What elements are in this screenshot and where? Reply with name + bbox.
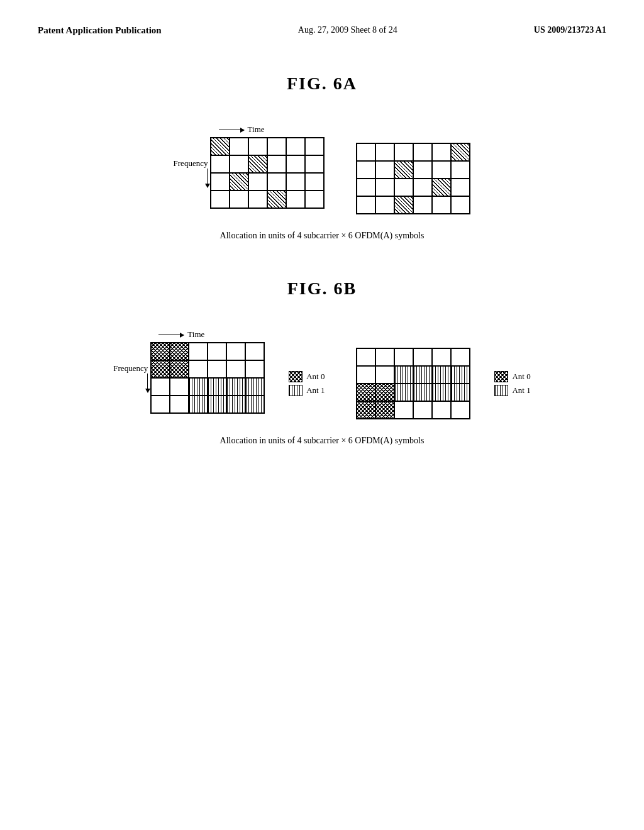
cell-3-3 — [413, 196, 432, 214]
cell-0-3 — [413, 143, 432, 161]
cell-3-5 — [245, 396, 264, 413]
cell-3-0 — [357, 196, 375, 214]
cell-3-3 — [413, 401, 432, 419]
legend-ant0-box1 — [289, 371, 303, 382]
fig6a-diagram: Time Frequency — [38, 113, 606, 221]
row-1 — [211, 155, 324, 173]
freq-arrow-6a — [207, 169, 208, 187]
cell-0-5 — [451, 143, 470, 161]
time-arrow-row-6a: Time — [219, 124, 265, 135]
fig6b-grid1 — [150, 342, 265, 414]
cell-2-2 — [189, 378, 208, 396]
fig6b-legend1: Ant 0 Ant 1 — [289, 371, 325, 396]
cell-1-1 — [375, 161, 394, 179]
cell-1-2 — [394, 161, 413, 179]
cell-2-3 — [413, 179, 432, 196]
fig6a-grid2 — [356, 143, 470, 214]
freq-label-6b: Frequency — [113, 363, 148, 374]
cell-2-3 — [267, 173, 286, 191]
fig6b-title: FIG. 6B — [38, 279, 606, 299]
cell-3-1 — [230, 191, 248, 208]
cell-2-4 — [432, 384, 451, 401]
cell-1-1 — [230, 155, 248, 173]
row-3 — [357, 196, 470, 214]
cell-2-5 — [451, 384, 470, 401]
fig6b-left-group: Time Frequency — [113, 329, 265, 414]
cell-3-4 — [286, 191, 305, 208]
cell-0-5 — [451, 348, 470, 366]
cell-2-5 — [451, 179, 470, 196]
legend-ant1-item1: Ant 1 — [289, 385, 325, 396]
fig6a-section: FIG. 6A Time Frequency — [38, 74, 606, 241]
cell-1-1 — [170, 360, 189, 378]
cell-2-5 — [305, 173, 324, 191]
cell-2-2 — [394, 384, 413, 401]
cell-2-1 — [230, 173, 248, 191]
fig6b-grid2-wrapper — [356, 348, 470, 419]
cell-0-1 — [375, 348, 394, 366]
fig6a-grid2-wrapper — [356, 143, 470, 214]
row-1 — [151, 360, 264, 378]
row-3 — [151, 396, 264, 413]
cell-2-0 — [357, 384, 375, 401]
legend-ant1-box1 — [289, 385, 303, 396]
header-patent-number: US 2009/213723 A1 — [534, 25, 606, 35]
cell-0-1 — [375, 143, 394, 161]
cell-2-3 — [208, 378, 226, 396]
legend-ant1-item2: Ant 1 — [494, 385, 530, 396]
cell-2-4 — [432, 179, 451, 196]
cell-0-5 — [305, 138, 324, 155]
cell-0-0 — [151, 343, 170, 360]
cell-1-4 — [226, 360, 245, 378]
row-1 — [357, 366, 470, 384]
cell-3-2 — [248, 191, 267, 208]
fig6b-legend2: Ant 0 Ant 1 — [494, 371, 530, 396]
freq-grid-row-6b: Frequency — [113, 342, 265, 414]
cell-1-0 — [357, 161, 375, 179]
cell-3-2 — [189, 396, 208, 413]
cell-0-1 — [170, 343, 189, 360]
legend-ant0-label1: Ant 0 — [306, 372, 325, 382]
cell-1-5 — [245, 360, 264, 378]
cell-2-1 — [375, 384, 394, 401]
row-0 — [211, 138, 324, 155]
cell-1-5 — [305, 155, 324, 173]
row-3 — [211, 191, 324, 208]
cell-3-1 — [375, 401, 394, 419]
legend-ant1-label2: Ant 1 — [512, 385, 530, 396]
cell-0-4 — [432, 348, 451, 366]
cell-1-1 — [375, 366, 394, 384]
cell-0-2 — [248, 138, 267, 155]
fig6a-caption: Allocation in units of 4 subcarrier × 6 … — [38, 231, 606, 241]
cell-3-4 — [226, 396, 245, 413]
cell-3-3 — [267, 191, 286, 208]
fig6b-caption: Allocation in units of 4 subcarrier × 6 … — [38, 436, 606, 446]
cell-1-2 — [189, 360, 208, 378]
cell-1-0 — [357, 366, 375, 384]
cell-1-0 — [211, 155, 230, 173]
cell-3-3 — [208, 396, 226, 413]
cell-0-3 — [267, 138, 286, 155]
cell-2-2 — [248, 173, 267, 191]
time-arrow-6b — [158, 335, 184, 335]
fig6b-section: FIG. 6B Time Frequency — [38, 279, 606, 446]
cell-1-3 — [267, 155, 286, 173]
cell-3-5 — [451, 196, 470, 214]
cell-3-0 — [211, 191, 230, 208]
page-header: Patent Application Publication Aug. 27, … — [38, 25, 606, 36]
time-label-6b: Time — [187, 329, 204, 340]
fig6a-grid1 — [210, 137, 325, 209]
cell-1-4 — [432, 366, 451, 384]
page: Patent Application Publication Aug. 27, … — [0, 0, 644, 830]
legend-ant0-box2 — [494, 371, 508, 382]
freq-axis-6a: Frequency — [174, 158, 208, 187]
cell-2-4 — [226, 378, 245, 396]
cell-0-4 — [286, 138, 305, 155]
cell-2-3 — [413, 384, 432, 401]
cell-3-4 — [432, 401, 451, 419]
legend-ant0-item1: Ant 0 — [289, 371, 325, 382]
row-0 — [357, 143, 470, 161]
row-1 — [357, 161, 470, 179]
row-2 — [211, 173, 324, 191]
cell-2-0 — [211, 173, 230, 191]
